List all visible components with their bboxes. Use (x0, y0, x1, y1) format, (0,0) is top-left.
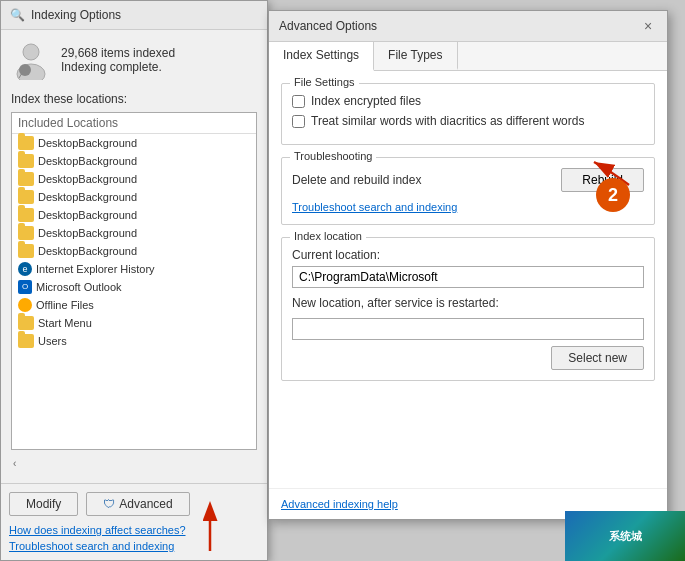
encrypt-label: Index encrypted files (311, 94, 421, 108)
status-text: 29,668 items indexed Indexing complete. (61, 46, 175, 74)
current-location-input[interactable] (292, 266, 644, 288)
list-item: Users (12, 332, 256, 350)
advanced-body: File Settings Index encrypted files Trea… (269, 71, 667, 488)
index-location-label: Index location (290, 230, 366, 242)
advanced-options-window: Advanced Options × Index Settings File T… (268, 10, 668, 520)
locations-list: Included Locations DesktopBackground Des… (11, 112, 257, 450)
location-name: DesktopBackground (38, 227, 137, 239)
list-item: DesktopBackground (12, 134, 256, 152)
troubleshoot-link[interactable]: Troubleshoot search and indexing (9, 540, 259, 552)
tab-index-settings-label: Index Settings (283, 48, 359, 62)
tab-file-types[interactable]: File Types (374, 42, 457, 70)
new-location-input[interactable] (292, 318, 644, 340)
modify-button[interactable]: Modify (9, 492, 78, 516)
diacritics-label: Treat similar words with diacritics as d… (311, 114, 584, 128)
list-item: DesktopBackground (12, 170, 256, 188)
folder-icon (18, 244, 34, 258)
list-item: Start Menu (12, 314, 256, 332)
encrypt-checkbox-row: Index encrypted files (292, 94, 644, 108)
location-name: Users (38, 335, 67, 347)
location-name: Microsoft Outlook (36, 281, 122, 293)
encrypt-checkbox[interactable] (292, 95, 305, 108)
indexing-titlebar: 🔍 Indexing Options (1, 1, 267, 30)
tabs-bar: Index Settings File Types (269, 42, 667, 71)
shield-icon: 🛡 (103, 497, 115, 511)
list-item: DesktopBackground (12, 206, 256, 224)
diacritics-checkbox[interactable] (292, 115, 305, 128)
rebuild-button[interactable]: Rebuild (561, 168, 644, 192)
location-name: DesktopBackground (38, 137, 137, 149)
folder-icon (18, 226, 34, 240)
select-new-button[interactable]: Select new (551, 346, 644, 370)
folder-icon (18, 136, 34, 150)
location-name: Start Menu (38, 317, 92, 329)
svg-point-0 (23, 44, 39, 60)
select-new-row: Select new (292, 346, 644, 370)
tab-file-types-label: File Types (388, 48, 442, 62)
folder-icon (18, 172, 34, 186)
indexing-title-icon: 🔍 (9, 7, 25, 23)
location-name: DesktopBackground (38, 191, 137, 203)
list-item: DesktopBackground (12, 224, 256, 242)
bottom-bar: Modify 🛡 Advanced How does indexing affe… (1, 483, 267, 560)
folder-icon (18, 208, 34, 222)
folder-icon (18, 190, 34, 204)
watermark: 系统城 (565, 511, 685, 561)
location-name: DesktopBackground (38, 155, 137, 167)
close-button[interactable]: × (639, 17, 657, 35)
list-item: Offline Files (12, 296, 256, 314)
list-item: DesktopBackground (12, 242, 256, 260)
list-item: e Internet Explorer History (12, 260, 256, 278)
rebuild-label: Delete and rebuild index (292, 173, 421, 187)
folder-icon (18, 316, 34, 330)
advanced-label: Advanced (119, 497, 172, 511)
diacritics-checkbox-row: Treat similar words with diacritics as d… (292, 114, 644, 128)
items-count: 29,668 items indexed (61, 46, 175, 60)
outlook-icon: O (18, 280, 32, 294)
troubleshooting-label: Troubleshooting (290, 150, 376, 162)
location-name: Internet Explorer History (36, 263, 155, 275)
watermark-text: 系统城 (609, 529, 642, 544)
location-name: Offline Files (36, 299, 94, 311)
current-location-label: Current location: (292, 248, 644, 262)
user-icon (11, 40, 51, 80)
new-location-row (292, 314, 644, 340)
index-location-section: Index location Current location: New loc… (281, 237, 655, 381)
indexing-options-window: 🔍 Indexing Options 29,668 items indexed … (0, 0, 268, 561)
list-item: O Microsoft Outlook (12, 278, 256, 296)
troubleshooting-section: Troubleshooting Delete and rebuild index… (281, 157, 655, 225)
indexing-status: Indexing complete. (61, 60, 175, 74)
indexing-title: Indexing Options (31, 8, 121, 22)
offline-icon (18, 298, 32, 312)
location-name: DesktopBackground (38, 245, 137, 257)
location-name: DesktopBackground (38, 173, 137, 185)
status-area: 29,668 items indexed Indexing complete. (11, 40, 257, 80)
file-settings-section: File Settings Index encrypted files Trea… (281, 83, 655, 145)
advanced-titlebar: Advanced Options × (269, 11, 667, 42)
tab-index-settings[interactable]: Index Settings (269, 42, 374, 71)
file-settings-label: File Settings (290, 76, 359, 88)
list-header: Included Locations (12, 113, 256, 134)
new-location-label: New location, after service is restarted… (292, 296, 644, 310)
button-row: Modify 🛡 Advanced (9, 492, 259, 516)
rebuild-row: Delete and rebuild index Rebuild (292, 168, 644, 192)
list-item: DesktopBackground (12, 188, 256, 206)
scroll-hint: ‹ (11, 458, 257, 469)
advanced-button[interactable]: 🛡 Advanced (86, 492, 189, 516)
list-item: DesktopBackground (12, 152, 256, 170)
advanced-title: Advanced Options (279, 19, 377, 33)
how-indexing-link[interactable]: How does indexing affect searches? (9, 524, 259, 536)
location-name: DesktopBackground (38, 209, 137, 221)
folder-icon (18, 154, 34, 168)
ie-icon: e (18, 262, 32, 276)
advanced-indexing-help-link[interactable]: Advanced indexing help (281, 498, 398, 510)
folder-icon (18, 334, 34, 348)
troubleshoot-search-link[interactable]: Troubleshoot search and indexing (292, 201, 457, 213)
locations-label: Index these locations: (11, 92, 257, 106)
